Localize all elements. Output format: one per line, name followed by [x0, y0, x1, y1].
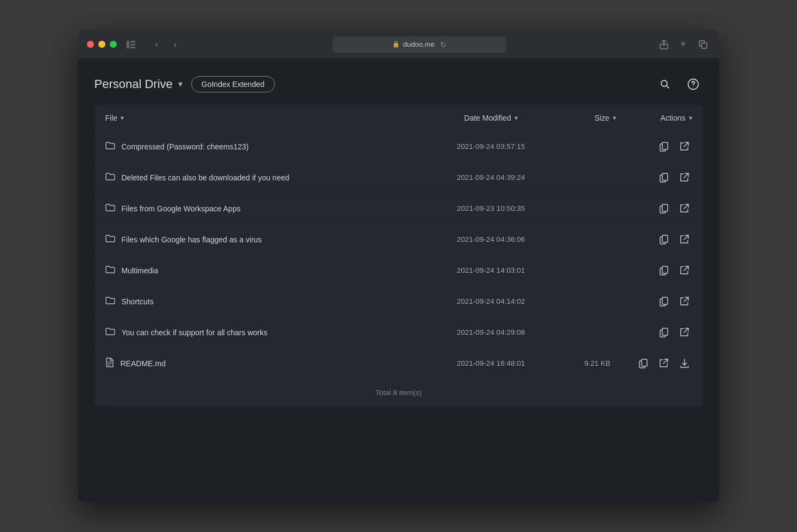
file-label[interactable]: Compressed (Password: cheems123)	[122, 142, 249, 151]
share-icon[interactable]	[656, 37, 672, 52]
actions-cell	[616, 294, 692, 309]
copy-link-button[interactable]	[656, 325, 672, 340]
copy-link-button[interactable]	[636, 356, 651, 371]
nav-buttons: ‹ ›	[149, 37, 183, 52]
drive-selector[interactable]: Personal Drive ▾	[95, 77, 183, 91]
actions-cell	[616, 356, 692, 371]
table-header: File ▾ Date Modified ▾ Size ▾ Actions ▾	[95, 105, 703, 132]
table-row: Compressed (Password: cheems123) 2021-09…	[95, 132, 703, 162]
file-name-cell: Shortcuts	[105, 296, 431, 307]
actions-cell	[616, 170, 692, 185]
actions-cell	[616, 201, 692, 216]
file-name-cell: Multimedia	[105, 265, 431, 276]
drive-name: Personal Drive	[95, 77, 173, 91]
col-date-label: Date Modified	[464, 114, 511, 122]
col-actions-header: Actions ▾	[616, 114, 692, 122]
back-button[interactable]: ‹	[149, 37, 165, 52]
copy-link-button[interactable]	[656, 201, 672, 216]
address-bar-container: 🔒 dudoo.me ↻	[190, 36, 650, 53]
page-content: Personal Drive ▾ GoIndex Extended	[78, 58, 719, 503]
windows-icon[interactable]	[695, 37, 711, 52]
open-external-button[interactable]	[677, 263, 692, 278]
maximize-button[interactable]	[110, 41, 117, 48]
file-label[interactable]: README.md	[121, 359, 166, 368]
download-button[interactable]	[677, 356, 692, 371]
svg-rect-15	[662, 204, 668, 211]
table-row: Files which Google has flagged as a viru…	[95, 224, 703, 255]
table-row: Multimedia 2021-09-24 14:03:01	[95, 255, 703, 286]
file-label[interactable]: Files which Google has flagged as a viru…	[122, 235, 262, 244]
goindex-button[interactable]: GoIndex Extended	[191, 76, 275, 92]
sidebar-toggle-icon[interactable]	[123, 37, 139, 52]
svg-rect-3	[130, 47, 135, 48]
svg-rect-11	[662, 142, 668, 149]
svg-rect-2	[130, 43, 135, 45]
svg-point-7	[661, 80, 667, 86]
file-name-cell: Files from Google Workspace Apps	[105, 203, 431, 214]
file-name-cell: README.md	[105, 358, 431, 370]
open-external-button[interactable]	[677, 232, 692, 247]
col-actions-label: Actions	[661, 114, 686, 122]
size-cell: 9.21 KB	[551, 359, 616, 367]
table-rows: Compressed (Password: cheems123) 2021-09…	[95, 132, 703, 379]
file-name-cell: Compressed (Password: cheems123)	[105, 141, 431, 152]
svg-rect-17	[662, 235, 668, 242]
open-external-button[interactable]	[677, 139, 692, 154]
date-cell: 2021-09-24 04:14:02	[431, 297, 551, 305]
footer-total: Total 8 item(s)	[375, 389, 422, 397]
open-external-button[interactable]	[677, 201, 692, 216]
browser-chrome: ‹ › 🔒 dudoo.me ↻ +	[78, 30, 719, 58]
file-icon	[105, 358, 114, 370]
folder-icon	[105, 141, 115, 152]
file-label[interactable]: Files from Google Workspace Apps	[122, 204, 241, 213]
date-cell: 2021-09-24 04:39:24	[431, 173, 551, 181]
reload-icon[interactable]: ↻	[440, 40, 447, 49]
search-button[interactable]	[655, 74, 675, 94]
open-external-button[interactable]	[677, 294, 692, 309]
copy-link-button[interactable]	[656, 263, 672, 278]
folder-icon	[105, 265, 115, 276]
new-tab-icon[interactable]: +	[676, 37, 691, 52]
minimize-button[interactable]	[98, 41, 105, 48]
copy-link-button[interactable]	[656, 170, 672, 185]
folder-icon	[105, 172, 115, 183]
file-label[interactable]: You can check if support for all chars w…	[122, 328, 268, 337]
actions-cell	[616, 263, 692, 278]
svg-rect-0	[127, 41, 129, 48]
forward-button[interactable]: ›	[168, 37, 183, 52]
file-label[interactable]: Deleted Files can also be downloaded if …	[122, 173, 290, 182]
file-name-cell: Deleted Files can also be downloaded if …	[105, 172, 431, 183]
col-date-header[interactable]: Date Modified ▾	[431, 114, 551, 122]
close-button[interactable]	[87, 41, 94, 48]
table-row: Deleted Files can also be downloaded if …	[95, 162, 703, 193]
svg-rect-21	[662, 297, 668, 304]
open-external-button[interactable]	[677, 170, 692, 185]
col-file-header[interactable]: File ▾	[105, 114, 431, 122]
table-row: You can check if support for all chars w…	[95, 317, 703, 348]
col-size-header[interactable]: Size ▾	[551, 114, 616, 122]
table-row: README.md 2021-09-24 16:48:01 9.21 KB	[95, 348, 703, 379]
address-bar[interactable]: 🔒 dudoo.me ↻	[332, 36, 506, 53]
table-row: Shortcuts 2021-09-24 04:14:02	[95, 286, 703, 317]
open-external-button[interactable]	[677, 325, 692, 340]
header-left: Personal Drive ▾ GoIndex Extended	[95, 76, 275, 92]
folder-icon	[105, 234, 115, 245]
file-label[interactable]: Shortcuts	[122, 297, 154, 306]
copy-link-button[interactable]	[656, 294, 672, 309]
browser-window: ‹ › 🔒 dudoo.me ↻ +	[78, 30, 719, 503]
copy-link-button[interactable]	[656, 232, 672, 247]
copy-link-button[interactable]	[656, 139, 672, 154]
traffic-lights	[87, 41, 117, 48]
folder-icon	[105, 203, 115, 214]
titlebar: ‹ › 🔒 dudoo.me ↻ +	[87, 36, 711, 58]
table-row: Files from Google Workspace Apps 2021-09…	[95, 193, 703, 224]
date-sort-icon: ▾	[514, 114, 518, 122]
file-table: File ▾ Date Modified ▾ Size ▾ Actions ▾	[95, 105, 703, 406]
help-button[interactable]	[683, 74, 703, 94]
open-external-button[interactable]	[656, 356, 672, 371]
file-label[interactable]: Multimedia	[122, 266, 159, 275]
svg-rect-6	[701, 43, 707, 48]
actions-cell	[616, 232, 692, 247]
actions-cell	[616, 139, 692, 154]
date-cell: 2021-09-24 04:36:06	[431, 235, 551, 243]
